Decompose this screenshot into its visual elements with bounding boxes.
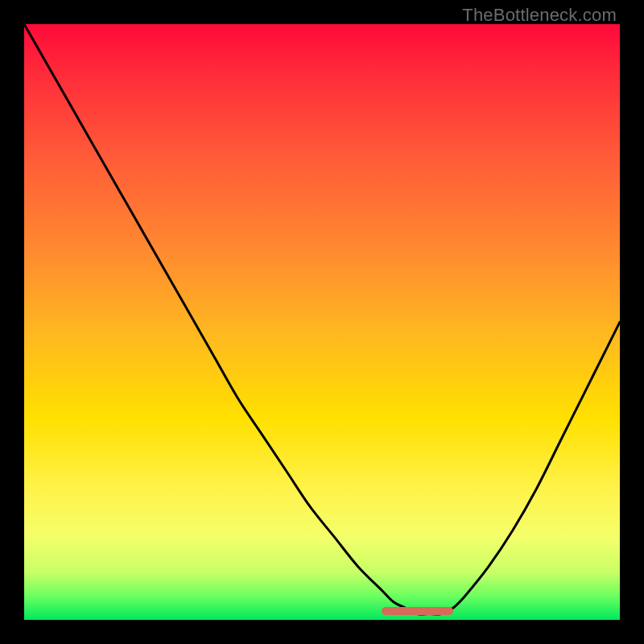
watermark-text: TheBottleneck.com — [462, 5, 617, 26]
chart-frame: TheBottleneck.com — [0, 0, 644, 644]
bottleneck-curve — [24, 24, 620, 620]
plot-area — [24, 24, 620, 620]
sweet-spot-marker — [382, 607, 453, 615]
